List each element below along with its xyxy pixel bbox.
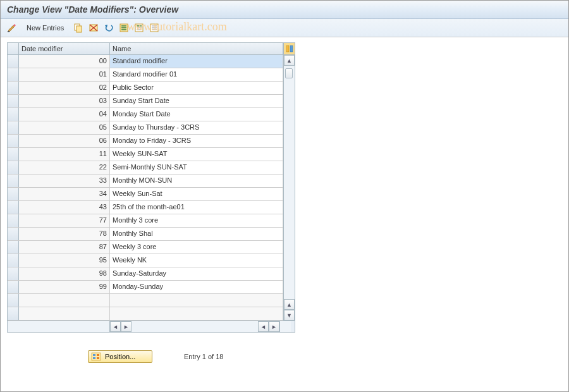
- cell-name[interactable]: Public Sector: [110, 82, 283, 94]
- cell-name[interactable]: Weekly 3 core: [110, 241, 283, 254]
- table-row[interactable]: 04Monday Start Date: [8, 108, 283, 121]
- cell-date-modifier[interactable]: 06: [19, 135, 110, 147]
- undo-icon[interactable]: [102, 21, 115, 34]
- select-all-icon[interactable]: [118, 21, 130, 34]
- cell-name[interactable]: Monthly Shal: [110, 228, 283, 240]
- cell-name[interactable]: Monthly MON-SUN: [110, 175, 283, 187]
- scroll-down2-icon[interactable]: ▼: [284, 310, 295, 321]
- vertical-scrollbar[interactable]: ▲ ▲ ▼: [283, 55, 295, 321]
- delete-icon[interactable]: [87, 21, 100, 34]
- table-row[interactable]: 00Standard modifier: [8, 55, 283, 68]
- cell-date-modifier[interactable]: 33: [19, 175, 110, 187]
- header-name[interactable]: Name: [110, 43, 283, 54]
- scroll-thumb[interactable]: [285, 68, 293, 78]
- row-selector[interactable]: [8, 294, 19, 307]
- cell-name[interactable]: Monday Start Date: [110, 108, 283, 121]
- row-selector[interactable]: [8, 161, 19, 174]
- row-selector[interactable]: [8, 307, 19, 320]
- select-block-icon[interactable]: [133, 21, 145, 34]
- position-button[interactable]: Position...: [88, 350, 152, 363]
- cell-date-modifier[interactable]: 05: [19, 121, 110, 134]
- cell-name[interactable]: [110, 294, 283, 307]
- row-selector[interactable]: [8, 281, 19, 293]
- row-selector[interactable]: [8, 254, 19, 267]
- row-selector[interactable]: [8, 241, 19, 254]
- cell-date-modifier[interactable]: 02: [19, 82, 110, 94]
- hs-track[interactable]: [132, 321, 258, 332]
- horizontal-scrollbar[interactable]: ◄ ► ◄ ►: [8, 321, 295, 332]
- table-row[interactable]: 87Weekly 3 core: [8, 241, 283, 254]
- row-selector[interactable]: [8, 267, 19, 280]
- new-entries-button[interactable]: New Entries: [21, 22, 70, 34]
- table-row[interactable]: 03Sunday Start Date: [8, 95, 283, 108]
- table-row[interactable]: 4325th of the month-ae01: [8, 201, 283, 214]
- cell-date-modifier[interactable]: 34: [19, 188, 110, 200]
- row-selector[interactable]: [8, 55, 19, 68]
- cell-name[interactable]: Weekly NK: [110, 254, 283, 267]
- row-selector[interactable]: [8, 148, 19, 161]
- table-row[interactable]: 99Monday-Sunday: [8, 281, 283, 294]
- cell-date-modifier[interactable]: 43: [19, 201, 110, 214]
- cell-name[interactable]: [110, 307, 283, 320]
- table-row[interactable]: 98Sunday-Saturday: [8, 267, 283, 281]
- table-row[interactable]: 95Weekly NK: [8, 254, 283, 267]
- cell-name[interactable]: Monday to Friday - 3CRS: [110, 135, 283, 147]
- config-columns-icon[interactable]: [283, 43, 295, 54]
- cell-date-modifier[interactable]: 04: [19, 108, 110, 121]
- cell-name[interactable]: Monday-Sunday: [110, 281, 283, 293]
- cell-date-modifier[interactable]: 22: [19, 161, 110, 174]
- cell-name[interactable]: Standard modifier: [110, 55, 283, 68]
- table-row[interactable]: 11Weekly SUN-SAT: [8, 148, 283, 161]
- row-selector[interactable]: [8, 95, 19, 107]
- scroll-track[interactable]: [284, 66, 295, 299]
- scroll-left-icon[interactable]: ◄: [110, 321, 121, 332]
- table-row-empty[interactable]: [8, 307, 283, 321]
- cell-date-modifier[interactable]: 78: [19, 228, 110, 240]
- cell-name[interactable]: Monthly 3 core: [110, 214, 283, 227]
- table-row[interactable]: 02Public Sector: [8, 82, 283, 95]
- row-selector[interactable]: [8, 188, 19, 200]
- row-selector[interactable]: [8, 201, 19, 214]
- table-row[interactable]: 33Monthly MON-SUN: [8, 175, 283, 188]
- row-selector[interactable]: [8, 214, 19, 227]
- scroll-up-icon[interactable]: ▲: [284, 55, 295, 66]
- row-selector[interactable]: [8, 68, 19, 81]
- header-select-all[interactable]: [8, 43, 19, 54]
- table-row[interactable]: 34Weekly Sun-Sat: [8, 188, 283, 201]
- table-row-empty[interactable]: [8, 294, 283, 307]
- cell-date-modifier[interactable]: 03: [19, 95, 110, 107]
- table-row[interactable]: 05Sunday to Thursday - 3CRS: [8, 121, 283, 135]
- table-row[interactable]: 78Monthly Shal: [8, 228, 283, 241]
- deselect-all-icon[interactable]: [148, 21, 161, 34]
- row-selector[interactable]: [8, 121, 19, 134]
- cell-date-modifier[interactable]: 77: [19, 214, 110, 227]
- cell-name[interactable]: 25th of the month-ae01: [110, 201, 283, 214]
- copy-icon[interactable]: [72, 21, 85, 34]
- cell-name[interactable]: Semi-Monthly SUN-SAT: [110, 161, 283, 174]
- cell-name[interactable]: Sunday to Thursday - 3CRS: [110, 121, 283, 134]
- row-selector[interactable]: [8, 135, 19, 147]
- cell-name[interactable]: Weekly SUN-SAT: [110, 148, 283, 161]
- cell-date-modifier[interactable]: [19, 294, 110, 307]
- table-row[interactable]: 77Monthly 3 core: [8, 214, 283, 228]
- cell-date-modifier[interactable]: 11: [19, 148, 110, 161]
- cell-name[interactable]: Standard modifier 01: [110, 68, 283, 81]
- table-row[interactable]: 22Semi-Monthly SUN-SAT: [8, 161, 283, 175]
- cell-date-modifier[interactable]: 98: [19, 267, 110, 280]
- table-row[interactable]: 06Monday to Friday - 3CRS: [8, 135, 283, 148]
- cell-name[interactable]: Sunday Start Date: [110, 95, 283, 107]
- cell-name[interactable]: Sunday-Saturday: [110, 267, 283, 280]
- row-selector[interactable]: [8, 228, 19, 240]
- cell-date-modifier[interactable]: 99: [19, 281, 110, 293]
- toggle-change-icon[interactable]: [6, 21, 18, 34]
- cell-name[interactable]: Weekly Sun-Sat: [110, 188, 283, 200]
- row-selector[interactable]: [8, 175, 19, 187]
- scroll-right2-icon[interactable]: ►: [269, 321, 279, 332]
- cell-date-modifier[interactable]: 87: [19, 241, 110, 254]
- cell-date-modifier[interactable]: 01: [19, 68, 110, 81]
- cell-date-modifier[interactable]: [19, 307, 110, 320]
- cell-date-modifier[interactable]: 95: [19, 254, 110, 267]
- scroll-right-icon[interactable]: ►: [121, 321, 132, 332]
- row-selector[interactable]: [8, 108, 19, 121]
- table-row[interactable]: 01Standard modifier 01: [8, 68, 283, 82]
